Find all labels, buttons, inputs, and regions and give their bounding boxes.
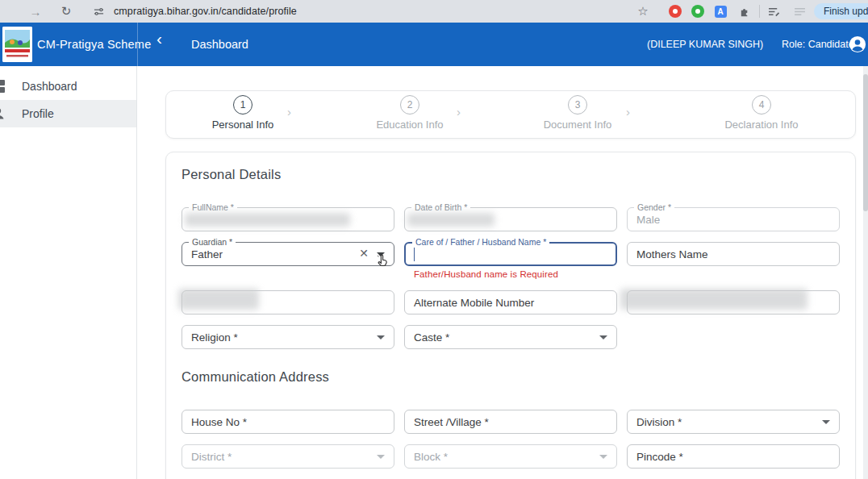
street-village-field[interactable]: Street /Village * [404,410,617,434]
site-info-icon[interactable] [90,0,106,23]
caste-placeholder: Caste * [414,331,449,344]
scrollbar-thumb[interactable] [863,74,868,211]
chevron-down-icon[interactable] [377,335,385,339]
chevron-down-icon [377,455,385,459]
house-no-placeholder: House No * [191,416,247,428]
sidebar-item-profile[interactable]: Profile [0,100,136,127]
guardian-value: Father [191,248,223,260]
redacted-fullname-value [185,213,350,227]
step-chevron-icon: › [287,105,291,119]
step-personal-info[interactable]: 1 Personal Info [170,95,315,131]
extension-green-icon[interactable] [689,0,707,23]
redacted-email-value [620,289,807,310]
gender-field: Gender * Male [627,207,840,231]
pincode-field[interactable]: Pincode * [627,444,840,469]
step-education-info[interactable]: 2 Education Info [337,95,482,131]
account-icon[interactable] [849,35,866,53]
district-placeholder: District * [191,451,232,463]
date-of-birth-label: Date of Birth * [411,202,470,212]
section-title-communication-address: Communication Address [182,369,329,385]
sidebar-item-label: Profile [22,107,54,120]
guardian-select[interactable]: Guardian * Father ✕ [182,242,394,266]
division-placeholder: Division * [636,416,682,428]
step-label: Document Info [505,119,650,131]
chevron-down-icon [599,455,607,459]
gender-value: Male [636,214,660,226]
chevron-down-icon[interactable] [822,420,830,424]
street-village-placeholder: Street /Village * [414,416,489,428]
chevron-down-icon[interactable] [599,335,607,339]
step-number-badge: 1 [233,95,252,115]
brand-title: CM-Pratigya Scheme [37,38,151,51]
step-label: Declaration Info [689,119,834,131]
header-divider [137,23,138,66]
translate-icon[interactable]: A [712,0,729,23]
mouse-hand-cursor [376,253,390,268]
text-cursor [414,248,415,261]
dashboard-icon [0,79,15,94]
app-logo [2,27,32,62]
reload-icon[interactable]: ↻ [56,0,76,23]
care-of-label: Care of / Father / Husband Name * [412,237,549,247]
clear-icon[interactable]: ✕ [359,247,369,260]
bookmark-star-icon[interactable]: ☆ [634,0,652,23]
mothers-name-placeholder: Mothers Name [636,248,708,260]
url-bar[interactable]: cmpratigya.bihar.gov.in/candidate/profil… [114,0,297,23]
step-chevron-icon: › [457,105,461,119]
header-user-role: Role: Candidate [782,39,854,50]
district-select: District * [182,444,394,469]
redacted-dob-value [407,213,495,227]
gender-label: Gender * [634,202,674,212]
extensions-puzzle-icon[interactable] [736,0,753,23]
extension-red-icon[interactable] [666,0,684,23]
toolbar-divider [759,5,760,18]
fullname-field[interactable]: FullName * [182,207,394,231]
pincode-placeholder: Pincode * [636,451,683,463]
mothers-name-field[interactable]: Mothers Name [627,242,840,266]
block-select: Block * [404,444,617,469]
religion-select[interactable]: Religion * [182,325,394,349]
step-label: Education Info [337,119,482,131]
header-user-name: (DILEEP KUMAR SINGH) [647,39,763,50]
division-select[interactable]: Division * [627,410,840,434]
fullname-label: FullName * [189,202,237,212]
section-title-personal-details: Personal Details [182,167,281,182]
step-chevron-icon: › [626,105,630,119]
dimmed-extension-icon[interactable] [791,0,808,23]
step-number-badge: 3 [568,95,587,115]
email-field[interactable] [627,290,840,314]
block-placeholder: Block * [414,451,448,463]
step-declaration-info[interactable]: 4 Declaration Info [689,95,834,131]
house-no-field[interactable]: House No * [182,410,394,434]
mobile-number-field[interactable] [182,290,394,314]
person-icon [0,106,15,121]
back-chevron-icon[interactable]: ‹ [156,31,162,47]
finish-update-button[interactable]: Finish update [814,3,868,19]
step-number-badge: 4 [752,95,771,115]
browser-toolbar: → ↻ cmpratigya.bihar.gov.in/candidate/pr… [0,0,868,23]
caste-select[interactable]: Caste * [404,325,617,349]
care-of-father-husband-field[interactable]: Care of / Father / Husband Name * [404,242,617,266]
sidebar-item-label: Dashboard [22,80,77,93]
sidebar [0,66,137,479]
alternate-mobile-field[interactable]: Alternate Mobile Number [404,290,617,314]
reading-list-icon[interactable] [765,0,782,23]
redacted-mobile-value [178,289,259,310]
step-number-badge: 2 [400,95,419,115]
alternate-mobile-placeholder: Alternate Mobile Number [414,297,534,309]
guardian-label: Guardian * [189,237,236,247]
header-page-title: Dashboard [191,38,248,51]
religion-placeholder: Religion * [191,331,238,344]
sidebar-item-dashboard[interactable]: Dashboard [0,73,136,100]
date-of-birth-field[interactable]: Date of Birth * [404,207,617,231]
forward-icon[interactable]: → [26,0,45,23]
step-label: Personal Info [170,119,315,131]
care-of-error-message: Father/Husband name is Required [414,269,558,279]
